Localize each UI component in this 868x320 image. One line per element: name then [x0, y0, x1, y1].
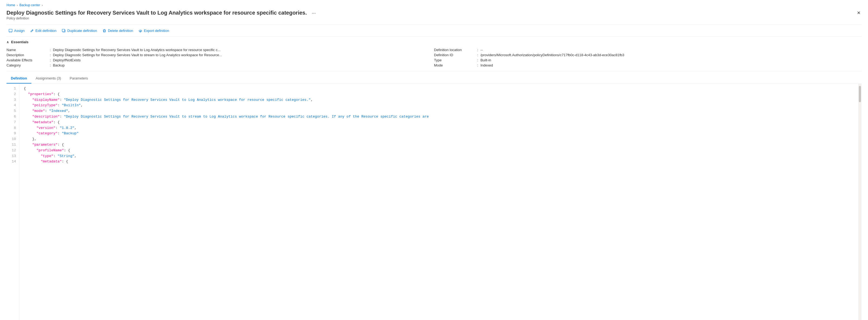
- code-line-14: "metadata": {: [24, 159, 858, 165]
- code-line-4: "policyType": "BuiltIn",: [24, 103, 858, 108]
- essentials-name-value: Deploy Diagnostic Settings for Recovery …: [53, 48, 221, 52]
- essentials-description-value: Deploy Diagnostic Settings for Recovery …: [53, 53, 222, 57]
- essentials-category-value: Backup: [53, 63, 65, 67]
- assign-icon: [9, 29, 12, 33]
- code-line-2: "properties": {: [24, 92, 858, 97]
- edit-icon: [30, 29, 34, 33]
- export-definition-button[interactable]: Export definition: [136, 27, 171, 34]
- essentials-category-row: Category : Backup: [6, 63, 434, 68]
- tab-definition[interactable]: Definition: [6, 73, 31, 84]
- page-title: Deploy Diagnostic Settings for Recovery …: [6, 9, 307, 16]
- close-button[interactable]: ✕: [856, 10, 862, 16]
- essentials-defid-row: Definition ID : /providers/Microsoft.Aut…: [434, 53, 862, 58]
- essentials-chevron: ∧: [6, 40, 9, 44]
- essentials-name-label: Name: [6, 48, 50, 52]
- delete-icon: [102, 29, 106, 33]
- code-editor: 1 2 3 4 5 6 7 8 9 10 11 12 13 14 { "prop…: [6, 84, 862, 320]
- essentials-description-label: Description: [6, 53, 50, 57]
- code-content[interactable]: { "properties": { "displayName": "Deploy…: [20, 84, 858, 320]
- essentials-type-label: Type: [434, 58, 477, 62]
- essentials-mode-value: Indexed: [480, 63, 493, 67]
- essentials-effects-value: DeployIfNotExists: [53, 58, 81, 62]
- essentials-defid-label: Definition ID: [434, 53, 477, 57]
- svg-rect-2: [62, 29, 65, 32]
- edit-label: Edit definition: [35, 29, 57, 33]
- essentials-category-label: Category: [6, 63, 50, 67]
- code-line-10: },: [24, 136, 858, 142]
- essentials-type-row: Type : Built-in: [434, 58, 862, 63]
- breadcrumb: Home › Backup center ›: [6, 3, 862, 7]
- title-area: Deploy Diagnostic Settings for Recovery …: [6, 9, 862, 24]
- essentials-defloc-label: Definition location: [434, 48, 477, 52]
- essentials-title: Essentials: [11, 40, 28, 44]
- code-line-11: "parameters": {: [24, 142, 858, 148]
- code-line-7: "metadata": {: [24, 120, 858, 125]
- vertical-scrollbar[interactable]: [858, 84, 862, 320]
- essentials-defloc-row: Definition location : --: [434, 47, 862, 53]
- code-line-12: "profileName": {: [24, 148, 858, 154]
- export-icon: [138, 29, 142, 33]
- breadcrumb-home[interactable]: Home: [6, 3, 15, 7]
- essentials-effects-label: Available Effects: [6, 58, 50, 62]
- code-line-3: "displayName": "Deploy Diagnostic Settin…: [24, 97, 858, 103]
- breadcrumb-sep2: ›: [42, 3, 43, 7]
- essentials-section: ∧ Essentials Name : Deploy Diagnostic Se…: [6, 37, 862, 71]
- edit-definition-button[interactable]: Edit definition: [28, 27, 59, 34]
- essentials-type-value: Built-in: [480, 58, 491, 62]
- svg-rect-0: [9, 29, 12, 32]
- essentials-name-row: Name : Deploy Diagnostic Settings for Re…: [6, 47, 434, 53]
- code-line-1: {: [24, 86, 858, 92]
- essentials-effects-row: Available Effects : DeployIfNotExists: [6, 58, 434, 63]
- title-menu-button[interactable]: ···: [310, 10, 318, 17]
- scrollbar-thumb[interactable]: [859, 86, 861, 102]
- tabs-bar: Definition Assignments (3) Parameters: [6, 73, 862, 84]
- breadcrumb-backup-center[interactable]: Backup center: [20, 3, 40, 7]
- essentials-description-row: Description : Deploy Diagnostic Settings…: [6, 53, 434, 58]
- essentials-mode-label: Mode: [434, 63, 477, 67]
- tab-assignments[interactable]: Assignments (3): [31, 73, 65, 84]
- delete-label: Delete definition: [108, 29, 133, 33]
- essentials-defloc-value: --: [480, 48, 483, 52]
- duplicate-label: Duplicate definition: [67, 29, 97, 33]
- code-line-6: "description": "Deploy Diagnostic Settin…: [24, 114, 858, 120]
- essentials-grid: Name : Deploy Diagnostic Settings for Re…: [6, 47, 862, 68]
- code-line-13: "type": "String",: [24, 154, 858, 159]
- tab-parameters[interactable]: Parameters: [65, 73, 92, 84]
- breadcrumb-sep1: ›: [17, 3, 18, 7]
- code-line-8: "version": "1.0.2",: [24, 125, 858, 131]
- line-numbers: 1 2 3 4 5 6 7 8 9 10 11 12 13 14: [6, 84, 20, 320]
- toolbar: Assign Edit definition Duplicate definit…: [6, 25, 862, 37]
- page-subtitle: Policy definition: [6, 17, 318, 20]
- delete-definition-button[interactable]: Delete definition: [100, 27, 135, 34]
- assign-label: Assign: [14, 29, 25, 33]
- assign-button[interactable]: Assign: [6, 27, 27, 34]
- essentials-defid-value: /providers/Microsoft.Authorization/polic…: [480, 53, 624, 57]
- code-line-5: "mode": "Indexed",: [24, 108, 858, 114]
- essentials-mode-row: Mode : Indexed: [434, 63, 862, 68]
- duplicate-icon: [62, 29, 66, 33]
- export-label: Export definition: [144, 29, 169, 33]
- duplicate-definition-button[interactable]: Duplicate definition: [60, 27, 99, 34]
- essentials-header[interactable]: ∧ Essentials: [6, 40, 862, 44]
- code-line-9: "category": "Backup": [24, 131, 858, 136]
